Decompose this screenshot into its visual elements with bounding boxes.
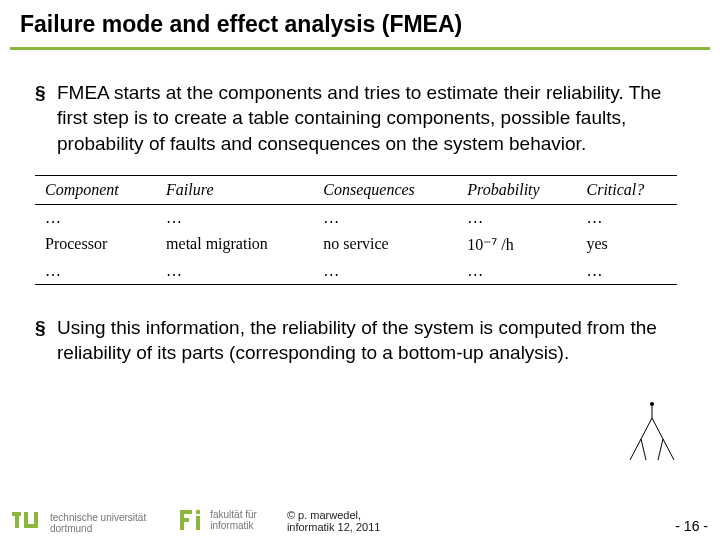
cell-consequences: no service — [313, 231, 457, 258]
university-line2: dortmund — [50, 523, 146, 534]
faculty-line1: fakultät für — [210, 509, 257, 520]
table-row: … … … … … — [35, 204, 677, 231]
footer: technische universität dortmund fakultät… — [0, 506, 720, 536]
svg-line-5 — [658, 439, 663, 460]
fmea-table: Component Failure Consequences Probabili… — [35, 175, 677, 285]
table-header-row: Component Failure Consequences Probabili… — [35, 175, 677, 204]
cell-failure: … — [156, 258, 313, 285]
university-logo-block: technische universität dortmund — [12, 512, 146, 534]
faculty-line2: informatik — [210, 520, 257, 531]
cell-critical: yes — [577, 231, 677, 258]
bullet-marker: § — [35, 315, 53, 366]
cell-critical: … — [577, 204, 677, 231]
bullet-summary: § Using this information, the reliabilit… — [35, 315, 685, 366]
th-probability: Probability — [457, 175, 576, 204]
cell-probability: 10⁻⁷ /h — [457, 231, 576, 258]
tree-diagram-icon — [616, 398, 688, 478]
cell-component: … — [35, 204, 156, 231]
title-block: Failure mode and effect analysis (FMEA) — [0, 0, 720, 47]
faculty-name: fakultät für informatik — [210, 509, 257, 531]
svg-line-4 — [641, 439, 646, 460]
university-name: technische universität dortmund — [50, 512, 146, 534]
slide-title: Failure mode and effect analysis (FMEA) — [20, 10, 700, 39]
cell-probability: … — [457, 204, 576, 231]
bullet-text: FMEA starts at the components and tries … — [57, 80, 685, 157]
svg-rect-10 — [24, 524, 38, 528]
svg-rect-7 — [15, 512, 19, 528]
table-row: … … … … … — [35, 258, 677, 285]
copyright: © p. marwedel, informatik 12, 2011 — [287, 509, 381, 534]
table-row: Processor metal migration no service 10⁻… — [35, 231, 677, 258]
th-critical: Critical? — [577, 175, 677, 204]
svg-rect-13 — [180, 518, 189, 522]
cell-component: … — [35, 258, 156, 285]
svg-point-0 — [650, 402, 654, 406]
content-body: § FMEA starts at the components and trie… — [0, 50, 720, 366]
fi-logo-icon — [176, 506, 204, 534]
page-number: - 16 - — [675, 518, 708, 534]
th-failure: Failure — [156, 175, 313, 204]
slide: Failure mode and effect analysis (FMEA) … — [0, 0, 720, 540]
bullet-intro: § FMEA starts at the components and trie… — [35, 80, 685, 157]
svg-point-14 — [196, 510, 201, 515]
university-line1: technische universität — [50, 512, 146, 523]
tu-logo-icon — [12, 512, 44, 534]
bullet-text: Using this information, the reliability … — [57, 315, 685, 366]
th-consequences: Consequences — [313, 175, 457, 204]
cell-failure: metal migration — [156, 231, 313, 258]
bullet-marker: § — [35, 80, 53, 157]
cell-component: Processor — [35, 231, 156, 258]
cell-probability: … — [457, 258, 576, 285]
cell-critical: … — [577, 258, 677, 285]
svg-rect-15 — [196, 516, 200, 530]
cell-consequences: … — [313, 204, 457, 231]
copyright-line2: informatik 12, 2011 — [287, 521, 381, 534]
faculty-logo-block: fakultät für informatik — [176, 506, 257, 534]
copyright-line1: © p. marwedel, — [287, 509, 381, 522]
cell-failure: … — [156, 204, 313, 231]
cell-consequences: … — [313, 258, 457, 285]
th-component: Component — [35, 175, 156, 204]
